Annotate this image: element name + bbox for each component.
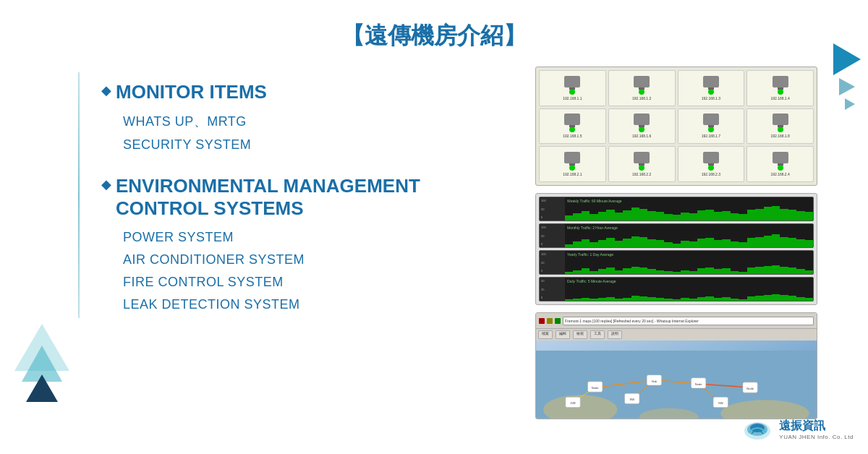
svg-text:SW: SW bbox=[718, 401, 723, 405]
section1-title: MONITOR ITEMS bbox=[116, 81, 267, 103]
minimize-button[interactable] bbox=[547, 318, 553, 324]
list-item: WHATS UP、MRTG bbox=[123, 111, 506, 132]
list-item: AIR CONDITIONER SYSTEM bbox=[123, 250, 506, 270]
section1-bullet: ◆ bbox=[101, 82, 111, 98]
status-led bbox=[569, 127, 575, 132]
grid-cell: 192.168.1.4 bbox=[746, 70, 814, 106]
section2-title: ENVIRONMENTAL MANAGEMENT CONTROL SYSTEMS bbox=[116, 175, 420, 220]
triangle-right-1 bbox=[833, 43, 861, 75]
grid-cell: 192.168.1.2 bbox=[608, 70, 676, 106]
mrtg-charts-panel: 100 50 0 Weekly Traffic: 60 Minute Avera… bbox=[535, 193, 817, 305]
chart-bars bbox=[565, 285, 813, 301]
svg-text:GW: GW bbox=[571, 401, 576, 405]
content-area: ◆ MONITOR ITEMS WHATS UP、MRTG SECURITY S… bbox=[0, 59, 868, 419]
logo-main-text: 遠振資訊 bbox=[779, 419, 854, 434]
company-logo-icon bbox=[741, 418, 773, 441]
svg-text:SW: SW bbox=[629, 398, 634, 401]
triangle-dark-solid bbox=[26, 374, 58, 402]
status-led bbox=[569, 89, 575, 95]
list-item: FIRE CONTROL SYSTEM bbox=[123, 273, 506, 292]
device-icon bbox=[564, 76, 580, 87]
mrtg-chart-1: 100 50 0 Weekly Traffic: 60 Minute Avera… bbox=[539, 197, 814, 221]
close-button[interactable] bbox=[539, 318, 545, 324]
toolbar-view[interactable]: 檢視 bbox=[573, 330, 587, 339]
section2-header: ◆ ENVIRONMENTAL MANAGEMENT CONTROL SYSTE… bbox=[101, 175, 506, 220]
status-led bbox=[708, 89, 714, 95]
section-monitor-items: ◆ MONITOR ITEMS WHATS UP、MRTG SECURITY S… bbox=[101, 81, 506, 155]
right-panels: 192.168.1.1 192.168.1.2 192.168.1.3 192.… bbox=[535, 67, 817, 419]
status-led bbox=[778, 165, 783, 171]
chart-body: Monthly Traffic: 2 Hour Average bbox=[565, 224, 813, 247]
svg-text:Node: Node bbox=[746, 387, 754, 390]
title-area: 【遠傳機房介紹】 bbox=[0, 0, 868, 59]
grid-cell: 192.168.1.3 bbox=[678, 70, 745, 106]
page-title: 【遠傳機房介紹】 bbox=[341, 22, 527, 48]
network-map-panel: Fremont-1 maps [100 replies] [Refreshed … bbox=[535, 312, 817, 419]
maximize-button[interactable] bbox=[555, 318, 561, 324]
browser-toolbar: 檔案 編輯 檢視 工具 說明 bbox=[536, 329, 817, 340]
chart-labels: 100 50 0 bbox=[540, 197, 565, 220]
section1-items: WHATS UP、MRTG SECURITY SYSTEM bbox=[101, 111, 506, 155]
network-connections-svg: Node Hub Node Node SW SW GW 遠傳網路監控 bbox=[536, 340, 817, 419]
section-env-management: ◆ ENVIRONMENTAL MANAGEMENT CONTROL SYSTE… bbox=[101, 175, 506, 314]
status-led bbox=[639, 165, 644, 171]
chart-body: Yearly Traffic: 1 Day Average bbox=[565, 251, 813, 274]
status-led bbox=[639, 89, 644, 95]
url-bar[interactable]: Fremont-1 maps [100 replies] [Refreshed … bbox=[563, 317, 814, 325]
svg-text:Hub: Hub bbox=[652, 380, 658, 383]
svg-text:Node: Node bbox=[592, 386, 599, 390]
device-icon bbox=[703, 113, 719, 125]
status-led bbox=[639, 127, 644, 132]
grid-cell: 192.168.2.1 bbox=[539, 146, 606, 182]
device-icon bbox=[773, 76, 788, 87]
list-item: POWER SYSTEM bbox=[123, 228, 506, 247]
chart-labels: 100 50 0 bbox=[540, 251, 565, 274]
logo-text: 遠振資訊 YUAN JHEN Info. Co. Ltd bbox=[779, 419, 854, 440]
grid-cell: 192.168.1.5 bbox=[539, 108, 606, 145]
device-icon bbox=[634, 152, 650, 163]
section2-bullet: ◆ bbox=[101, 176, 111, 192]
chart-body: Daily Traffic: 5 Minute Average bbox=[565, 278, 813, 301]
logo-sub-text: YUAN JHEN Info. Co. Ltd bbox=[779, 434, 854, 440]
list-item: LEAK DETECTION SYSTEM bbox=[123, 295, 506, 314]
grid-cell: 192.168.1.6 bbox=[608, 108, 676, 145]
device-icon bbox=[773, 113, 788, 125]
section2-items: POWER SYSTEM AIR CONDITIONER SYSTEM FIRE… bbox=[101, 228, 506, 314]
device-icon bbox=[634, 76, 650, 87]
status-led bbox=[778, 89, 783, 95]
toolbar-file[interactable]: 檔案 bbox=[538, 330, 553, 339]
company-logo-area: 遠振資訊 YUAN JHEN Info. Co. Ltd bbox=[741, 418, 854, 441]
left-text-content: ◆ MONITOR ITEMS WHATS UP、MRTG SECURITY S… bbox=[101, 67, 506, 419]
left-decoration-line bbox=[78, 72, 80, 318]
grid-cell: 192.168.1.1 bbox=[539, 70, 606, 106]
grid-cell: 192.168.1.8 bbox=[746, 108, 814, 145]
chart-body: Weekly Traffic: 60 Minute Average bbox=[565, 197, 813, 220]
grid-cell: 192.168.2.3 bbox=[678, 146, 745, 182]
device-icon bbox=[773, 152, 788, 163]
device-icon bbox=[564, 113, 580, 125]
chart-labels: 50 25 0 bbox=[540, 278, 565, 301]
mrtg-chart-3: 100 50 0 Yearly Traffic: 1 Day Average bbox=[539, 250, 814, 275]
chart-bars bbox=[565, 205, 813, 220]
network-monitor-panel: 192.168.1.1 192.168.1.2 192.168.1.3 192.… bbox=[535, 67, 817, 186]
device-icon bbox=[564, 152, 580, 163]
device-icon bbox=[634, 113, 650, 125]
toolbar-edit[interactable]: 編輯 bbox=[556, 330, 570, 339]
section2-title-line1: ENVIRONMENTAL MANAGEMENT bbox=[116, 175, 420, 197]
device-icon bbox=[703, 76, 719, 87]
section2-title-line2: CONTROL SYSTEMS bbox=[116, 197, 304, 219]
toolbar-help[interactable]: 說明 bbox=[608, 330, 622, 339]
triangle-right-2 bbox=[839, 78, 855, 95]
grid-cell: 192.168.1.7 bbox=[678, 108, 745, 145]
section1-header: ◆ MONITOR ITEMS bbox=[101, 81, 506, 103]
status-led bbox=[708, 165, 714, 171]
chart-labels: 100 50 0 bbox=[540, 224, 565, 247]
chart-bars bbox=[565, 231, 813, 247]
status-led bbox=[778, 127, 783, 132]
list-item: SECURITY SYSTEM bbox=[123, 135, 506, 155]
toolbar-tools[interactable]: 工具 bbox=[590, 330, 605, 339]
grid-cell: 192.168.2.2 bbox=[608, 146, 676, 182]
device-icon bbox=[703, 152, 719, 163]
mrtg-chart-2: 100 50 0 Monthly Traffic: 2 Hour Average bbox=[539, 223, 814, 248]
chart-bars bbox=[565, 258, 813, 274]
